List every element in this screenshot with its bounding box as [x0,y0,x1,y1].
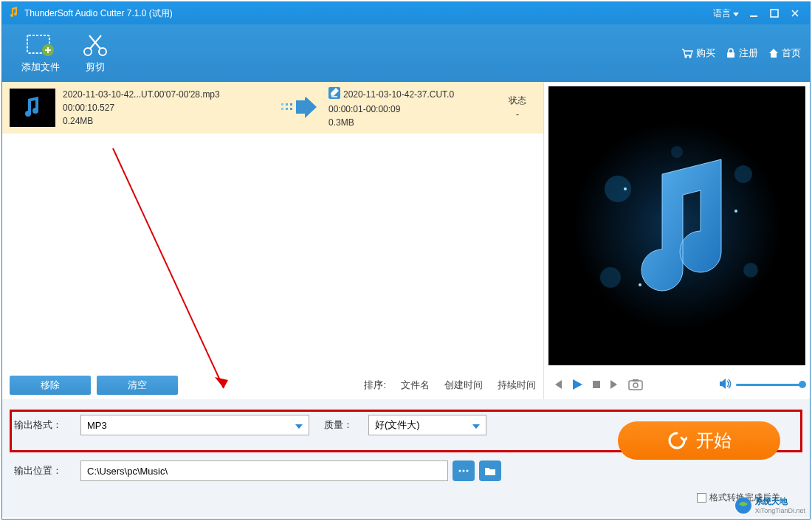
svg-point-31 [467,470,469,472]
volume-slider[interactable] [736,384,802,386]
svg-point-19 [600,267,621,288]
chevron-down-icon [472,420,480,431]
svg-rect-12 [290,103,292,106]
svg-rect-6 [727,52,734,58]
snapshot-button[interactable] [628,379,643,390]
format-select[interactable]: MP3 [80,415,309,435]
svg-rect-10 [286,103,288,106]
app-icon [8,7,20,21]
window-title: ThunderSoft Audio Cutter 7.1.0 (试用) [24,7,713,20]
svg-rect-9 [281,108,283,110]
preview-pane [548,86,805,365]
source-duration: 00:00:10.527 [63,101,269,114]
svg-point-22 [624,187,627,190]
output-info: 2020-11-03-10-42-37.CUT.0 00:00:01-00:00… [328,87,492,129]
add-file-label: 添加文件 [21,61,60,74]
scissors-icon [80,32,110,58]
cut-label: 剪切 [86,61,105,74]
svg-rect-25 [593,381,600,388]
add-file-icon [26,32,55,58]
toolbar: 添加文件 剪切 购买 注册 首页 [2,24,810,82]
home-icon [768,48,779,58]
svg-point-20 [743,263,758,277]
add-file-button[interactable]: 添加文件 [11,30,70,77]
file-list: 2020-11-03-10-42...UT.00'07-00'28.mp3 00… [2,82,543,371]
player-controls [544,370,810,399]
shutdown-checkbox[interactable] [697,493,706,503]
svg-rect-28 [633,379,639,382]
svg-rect-13 [290,108,292,110]
edit-icon[interactable] [328,87,340,103]
remove-button[interactable]: 移除 [10,376,91,395]
list-item[interactable]: 2020-11-03-10-42...UT.00'07-00'28.mp3 00… [2,82,543,134]
svg-point-27 [633,383,638,387]
cart-icon [681,48,693,58]
clear-button[interactable]: 清空 [97,376,178,395]
output-path-label: 输出位置： [14,464,80,477]
buy-link[interactable]: 购买 [681,46,715,60]
thumbnail [10,89,55,127]
svg-rect-26 [629,381,642,390]
svg-point-24 [639,283,641,286]
browse-button[interactable] [453,460,475,481]
source-filename: 2020-11-03-10-42...UT.00'07-00'28.mp3 [63,88,269,101]
svg-point-30 [463,470,465,472]
svg-rect-1 [771,10,778,17]
title-bar: ThunderSoft Audio Cutter 7.1.0 (试用) 语言 [2,2,810,24]
next-button[interactable] [609,379,621,390]
arrow-icon [277,97,321,118]
svg-line-15 [113,148,224,388]
output-range: 00:00:01-00:00:09 [328,103,492,116]
svg-rect-0 [750,15,757,17]
format-label: 输出格式： [14,418,80,432]
cut-button[interactable]: 剪切 [70,30,120,77]
language-menu[interactable]: 语言 [713,7,739,20]
shutdown-label: 格式转换完成后关 [709,491,780,504]
source-info: 2020-11-03-10-42...UT.00'07-00'28.mp3 00… [63,88,269,128]
svg-rect-7 [18,93,47,123]
annotation-arrow [106,141,253,407]
play-button[interactable] [571,378,584,391]
prev-button[interactable] [551,379,563,390]
source-size: 0.24MB [63,114,269,128]
quality-label: 质量： [324,418,368,432]
svg-point-23 [734,210,737,213]
svg-point-29 [459,470,461,472]
output-panel: 输出格式： MP3 质量： 好(文件大) 输出位置： C:\Users\pc\M… [2,399,810,517]
status-header: 状态 [499,94,536,108]
output-filename: 2020-11-03-10-42-37.CUT.0 [343,88,454,101]
maximize-button[interactable] [765,6,783,21]
chevron-down-icon [295,420,303,431]
sort-by-created[interactable]: 创建时间 [444,379,483,392]
volume-icon[interactable] [718,378,732,392]
svg-point-21 [671,146,683,158]
register-link[interactable]: 注册 [726,46,758,60]
status-value: - [499,108,536,122]
output-size: 0.3MB [328,116,492,129]
minimize-button[interactable] [745,6,763,21]
sort-by-filename[interactable]: 文件名 [401,379,430,392]
svg-point-5 [99,48,106,55]
output-path-input[interactable]: C:\Users\pc\Music\ [80,460,448,481]
quality-select[interactable]: 好(文件大) [368,415,486,435]
svg-rect-8 [281,103,283,106]
svg-point-18 [734,165,752,183]
svg-rect-11 [286,108,288,110]
lock-icon [726,48,736,58]
sort-label: 排序: [364,379,386,392]
sort-by-duration[interactable]: 持续时间 [498,379,536,392]
svg-point-17 [605,176,631,202]
refresh-icon [667,430,687,451]
stop-button[interactable] [591,379,602,390]
open-folder-button[interactable] [479,460,501,481]
svg-point-4 [84,48,92,55]
start-button[interactable]: 开始 [618,421,780,460]
close-button[interactable] [786,6,804,21]
home-link[interactable]: 首页 [768,46,801,60]
